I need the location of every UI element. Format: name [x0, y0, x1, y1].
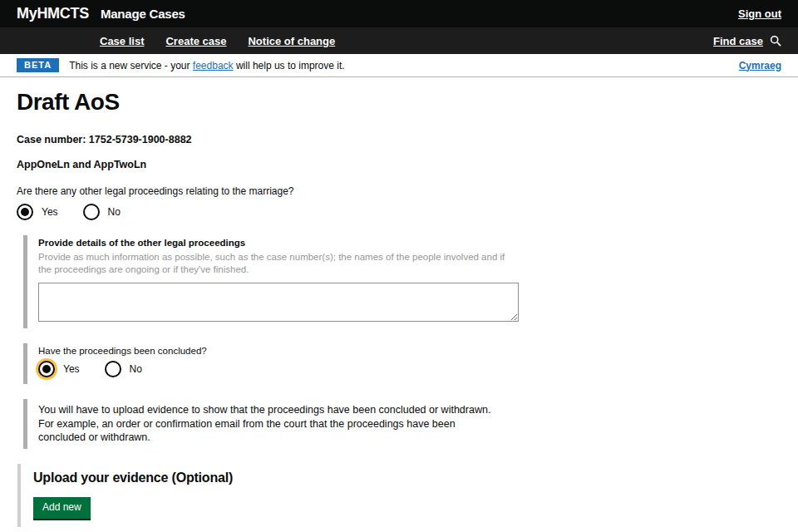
page-title: Draft AoS	[17, 89, 781, 116]
upload-evidence-section: Upload your evidence (Optional) Add new	[17, 464, 781, 526]
radio-unselected-icon[interactable]	[83, 204, 100, 220]
radio-selected-icon[interactable]	[17, 204, 33, 220]
phase-text-after: will help us to improve it.	[234, 60, 345, 71]
conditional-evidence-info: You will have to upload evidence to show…	[23, 399, 781, 449]
radio-group-concluded: Yes No	[38, 361, 781, 377]
add-new-button[interactable]: Add new	[33, 497, 91, 518]
app-header: MyHMCTS Manage Cases Sign out	[0, 0, 798, 27]
conditional-details-section: Provide details of the other legal proce…	[23, 235, 781, 328]
radio-other-proceedings-no[interactable]: No	[83, 204, 121, 220]
question-concluded-label: Have the proceedings been concluded?	[38, 346, 781, 356]
upload-section-heading: Upload your evidence (Optional)	[33, 470, 781, 485]
radio-selected-focused-icon[interactable]	[38, 361, 55, 377]
radio-unselected-icon[interactable]	[105, 361, 121, 377]
nav-item-notice-of-change[interactable]: Notice of change	[248, 35, 335, 47]
phase-banner-text: This is a new service - your feedback wi…	[69, 60, 344, 71]
nav-links: Case list Create case Notice of change	[100, 35, 335, 47]
question-other-proceedings-label: Are there any other legal proceedings re…	[17, 185, 781, 197]
header-branding: MyHMCTS Manage Cases	[17, 5, 185, 22]
language-switch-link[interactable]: Cymraeg	[739, 60, 781, 71]
radio-yes-label: Yes	[63, 363, 80, 375]
details-textarea[interactable]	[38, 283, 519, 322]
main-nav: Case list Create case Notice of change F…	[0, 27, 798, 54]
details-field-hint: Provide as much information as possible,…	[38, 251, 510, 275]
phase-banner: BETA This is a new service - your feedba…	[0, 54, 798, 77]
nav-right: Find case	[713, 35, 781, 47]
radio-concluded-no[interactable]: No	[105, 361, 142, 377]
service-name: Manage Cases	[101, 7, 185, 21]
case-parties: AppOneLn and AppTwoLn	[17, 159, 781, 170]
nav-item-case-list[interactable]: Case list	[100, 35, 144, 47]
radio-concluded-yes[interactable]: Yes	[38, 361, 80, 377]
phase-text-before: This is a new service - your	[69, 60, 193, 71]
find-case-link[interactable]: Find case	[713, 35, 763, 47]
phase-banner-content: BETA This is a new service - your feedba…	[17, 58, 345, 72]
details-field-label: Provide details of the other legal proce…	[38, 238, 781, 248]
radio-other-proceedings-yes[interactable]: Yes	[17, 204, 58, 220]
radio-no-label: No	[108, 206, 121, 218]
radio-no-label: No	[130, 363, 142, 375]
evidence-info-text: You will have to upload evidence to show…	[38, 401, 504, 446]
nav-item-create-case[interactable]: Create case	[165, 35, 226, 47]
radio-yes-label: Yes	[42, 206, 58, 218]
case-number: Case number: 1752-5739-1900-8882	[17, 134, 781, 145]
feedback-link[interactable]: feedback	[193, 60, 234, 71]
sign-out-link[interactable]: Sign out	[738, 7, 781, 20]
search-icon[interactable]	[770, 35, 781, 47]
main-content: Draft AoS Case number: 1752-5739-1900-88…	[0, 77, 798, 532]
conditional-concluded-section: Have the proceedings been concluded? Yes…	[23, 343, 781, 384]
beta-tag: BETA	[17, 58, 59, 72]
product-name: MyHMCTS	[17, 5, 89, 22]
radio-group-other-proceedings: Yes No	[17, 204, 781, 220]
